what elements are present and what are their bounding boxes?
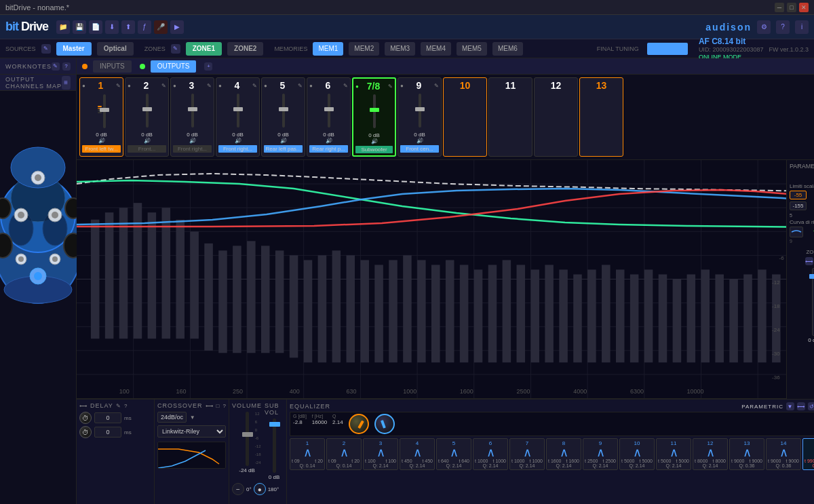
channel-3-track[interactable] xyxy=(191,94,194,128)
channel-6-mute[interactable]: 🔊 xyxy=(326,138,332,144)
zone1-button[interactable]: ZONE1 xyxy=(186,42,222,56)
close-button[interactable]: ✕ xyxy=(799,3,809,12)
channel-2-thumb[interactable] xyxy=(142,107,152,111)
channel-1-track[interactable] xyxy=(103,94,106,128)
channel-9-mute[interactable]: 🔊 xyxy=(416,138,423,144)
eq-band-4[interactable]: 4 ∧ t 450 t 450 Q: 2.14 xyxy=(400,438,435,470)
map-list-icon[interactable]: ≡ xyxy=(62,76,71,90)
eq-band-7[interactable]: 7 ∧ t 1000 t 1000 Q: 2.14 xyxy=(509,438,545,470)
channel-4[interactable]: ● 4 ✎ 0 dB 🔊 Front right... xyxy=(216,77,260,157)
channel-2-track[interactable] xyxy=(146,94,149,128)
phase-minus-button[interactable]: − xyxy=(232,483,244,495)
outputs-button[interactable]: OUTPUTS xyxy=(151,60,197,73)
eq-band-9[interactable]: 9 ∧ t 2500 t 2500 Q: 2.14 xyxy=(583,438,618,470)
eq-link-icon[interactable]: ⟷ xyxy=(797,402,805,410)
channel-13-fader[interactable] xyxy=(582,91,621,132)
eq-band-8[interactable]: 8 ∧ t 1600 t 1600 Q: 2.14 xyxy=(546,438,581,470)
channel-1[interactable]: ● 1 ✎ xyxy=(79,77,123,157)
help-icon[interactable]: ? xyxy=(776,20,790,34)
channel-4-mute[interactable]: 🔊 xyxy=(235,138,241,144)
channel-78-track[interactable] xyxy=(373,94,376,128)
channel-6[interactable]: ● 6 ✎ 0 dB 🔊 Rear right p... xyxy=(307,77,351,157)
volume-fader-track[interactable]: 12 6 0 -6 -12 -18 -24 xyxy=(246,412,249,466)
channel-78-thumb[interactable] xyxy=(370,108,379,112)
channel-3[interactable]: ● 3 ✎ 0 dB 🔊 Front right... xyxy=(170,77,214,157)
channel-9[interactable]: ● 9 ✎ 0 dB 🔊 Front cen... xyxy=(398,77,442,157)
channel-78-mute[interactable]: 🔊 xyxy=(371,138,378,144)
worknotes-edit-icon[interactable]: ✎ xyxy=(52,62,60,71)
channel-3-mute[interactable]: 🔊 xyxy=(189,138,196,144)
channel-5-track[interactable] xyxy=(282,94,285,128)
folder-icon[interactable]: 📁 xyxy=(56,20,70,34)
channel-12[interactable]: 12 xyxy=(534,77,578,157)
channel-2-mute[interactable]: 🔊 xyxy=(144,138,151,144)
master-button[interactable]: Master xyxy=(56,42,92,56)
minimize-button[interactable]: ─ xyxy=(775,3,784,12)
channels-add-icon[interactable]: + xyxy=(204,62,212,71)
eq-band-2[interactable]: 2 ∧ t 09 t 20 Q: 0.14 xyxy=(326,438,362,470)
channel-5[interactable]: ● 5 ✎ 0 dB 🔊 Rear left pas... xyxy=(261,77,305,157)
channel-1-thumb[interactable] xyxy=(100,108,109,112)
ch-icon-78[interactable] xyxy=(790,227,803,237)
mem2-button[interactable]: MEM2 xyxy=(349,42,379,56)
channel-78[interactable]: ● 7/8 ✎ 0 dB 🔊 Subwoofer xyxy=(352,77,396,157)
crossover-type-select[interactable]: Linkwitz-Riley xyxy=(157,425,226,438)
mem1-button[interactable]: MEM1 xyxy=(313,42,343,56)
channel-9-track[interactable] xyxy=(419,94,421,128)
eq-knob-1[interactable] xyxy=(349,414,369,434)
channel-1-fader[interactable] xyxy=(82,91,121,132)
export-icon[interactable]: ⬆ xyxy=(121,20,135,34)
delay-input-2[interactable] xyxy=(94,427,121,438)
zones-edit-icon[interactable]: ✎ xyxy=(171,44,180,54)
zone2-button[interactable]: ZONE2 xyxy=(227,42,263,56)
mem6-button[interactable]: MEM6 xyxy=(492,42,523,56)
settings-icon[interactable]: ⚙ xyxy=(757,20,771,34)
channel-9-thumb[interactable] xyxy=(415,107,425,111)
channel-78-fader[interactable] xyxy=(355,92,393,132)
mem4-button[interactable]: MEM4 xyxy=(421,42,451,56)
optical-button[interactable]: Optical xyxy=(97,42,134,56)
worknotes-help-icon[interactable]: ? xyxy=(62,62,71,71)
eq-type-dropdown-icon[interactable]: ▼ xyxy=(786,402,794,410)
channel-4-fader[interactable] xyxy=(218,91,257,132)
volume-fader-thumb[interactable] xyxy=(242,432,253,437)
channel-3-thumb[interactable] xyxy=(188,107,197,111)
eq-band-1[interactable]: 1 ∧ t 09 t 20 Q: 0.14 xyxy=(290,438,325,470)
eq-band-13[interactable]: 13 ∧ t 9000 t 9000 Q: 0.36 xyxy=(729,438,764,470)
eq-knob-2[interactable] xyxy=(374,414,395,434)
save-icon[interactable]: 💾 xyxy=(73,20,86,34)
final-tuning-bar[interactable] xyxy=(647,43,688,55)
eq-band-5[interactable]: 5 ∧ t 640 t 640 Q: 2.14 xyxy=(436,438,471,470)
channel-10-fader[interactable] xyxy=(446,91,484,132)
channel-9-fader[interactable] xyxy=(400,91,439,132)
channel-11[interactable]: 11 xyxy=(488,77,532,157)
channel-13[interactable]: 13 xyxy=(579,77,623,157)
eq-reset-icon[interactable]: ↺ xyxy=(808,402,814,410)
zone-link-icon[interactable]: ⟷ xyxy=(805,257,813,265)
channel-5-fader[interactable] xyxy=(264,91,303,132)
eq-band-6[interactable]: 6 ∧ t 1000 t 1000 Q: 2.14 xyxy=(473,438,508,470)
eq-band-14[interactable]: 14 ∧ t 9000 t 9000 Q: 0.36 xyxy=(766,438,801,470)
import-icon[interactable]: ⬇ xyxy=(105,20,119,34)
eq-band-11[interactable]: 11 ∧ t 5000 t 5000 Q: 2.14 xyxy=(656,438,691,470)
channel-12-fader[interactable] xyxy=(537,91,575,132)
maximize-button[interactable]: □ xyxy=(787,3,796,12)
channel-3-fader[interactable] xyxy=(173,91,212,132)
phase-plus-button[interactable]: ● xyxy=(254,483,266,495)
zone-fader-thumb[interactable] xyxy=(809,274,814,279)
audio-icon[interactable]: ▶ xyxy=(170,20,184,34)
channel-4-track[interactable] xyxy=(237,94,239,128)
function-icon[interactable]: ƒ xyxy=(138,20,151,34)
scala-value-1[interactable]: -55 xyxy=(790,191,807,199)
channel-11-fader[interactable] xyxy=(491,91,530,132)
eq-band-10[interactable]: 10 ∧ t 5000 t 5000 Q: 2.14 xyxy=(619,438,655,470)
channel-2-fader[interactable] xyxy=(128,91,166,132)
channel-6-fader[interactable] xyxy=(309,91,348,132)
scala-value-2[interactable]: -155 xyxy=(790,201,807,210)
eq-band-3[interactable]: 3 ∧ t 100 t 100 Q: 2.14 xyxy=(363,438,398,470)
channel-6-track[interactable] xyxy=(328,94,330,128)
eq-band-15[interactable]: 15 ∧ t 9900 t 9900 Q: 2.58 xyxy=(802,438,814,470)
channel-5-thumb[interactable] xyxy=(279,107,288,111)
channel-1-mute[interactable]: 🔊 xyxy=(98,138,105,144)
channel-4-thumb[interactable] xyxy=(233,107,243,111)
